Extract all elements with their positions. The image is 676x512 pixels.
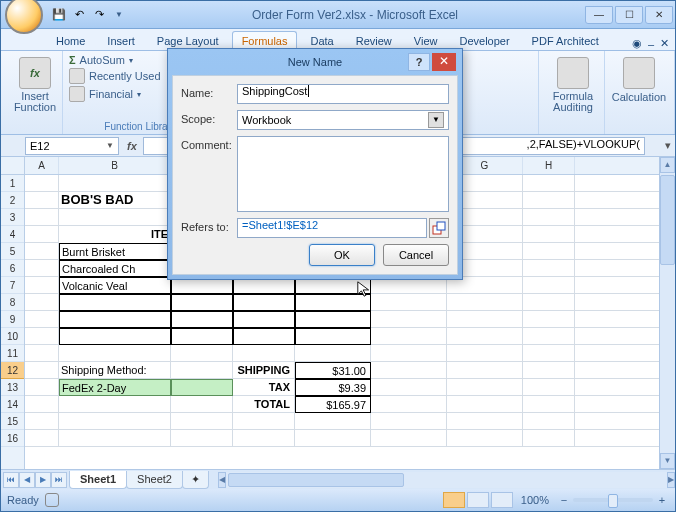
row-header[interactable]: 3 — [1, 209, 24, 226]
view-normal-icon[interactable] — [443, 492, 465, 508]
col-header[interactable]: A — [25, 157, 59, 174]
help-icon[interactable]: ◉ — [632, 37, 642, 50]
col-header[interactable]: H — [523, 157, 575, 174]
scope-select[interactable]: Workbook ▼ — [237, 110, 449, 130]
office-button[interactable] — [5, 0, 43, 34]
redo-icon[interactable]: ↷ — [91, 7, 107, 23]
table-cell[interactable]: Charcoaled Ch — [59, 260, 171, 277]
total-label[interactable]: TOTAL — [233, 396, 295, 413]
cancel-button[interactable]: Cancel — [383, 244, 449, 266]
row-header[interactable]: 11 — [1, 345, 24, 362]
recently-used-button[interactable]: Recently Used — [69, 68, 174, 84]
save-icon[interactable]: 💾 — [51, 7, 67, 23]
title-cell[interactable]: BOB'S BAD — [59, 192, 171, 209]
shipping-label[interactable]: SHIPPING — [233, 362, 295, 379]
dialog-title[interactable]: New Name ? ✕ — [168, 49, 462, 75]
calculation-button[interactable]: Calculation — [611, 53, 667, 103]
fx-button[interactable]: fx — [127, 140, 137, 152]
scroll-down-icon[interactable]: ▼ — [660, 453, 675, 469]
maximize-button[interactable]: ☐ — [615, 6, 643, 24]
row-header[interactable]: 7 — [1, 277, 24, 294]
zoom-out-icon[interactable]: − — [557, 494, 571, 506]
sheet-nav-first-icon[interactable]: ⏮ — [3, 472, 19, 488]
row-header[interactable]: 9 — [1, 311, 24, 328]
table-cell[interactable]: Volcanic Veal — [59, 277, 171, 294]
sheet-tab-sheet2[interactable]: Sheet2 — [126, 471, 183, 489]
total-value[interactable]: $165.97 — [295, 396, 371, 413]
ok-button[interactable]: OK — [309, 244, 375, 266]
shipping-value[interactable]: $31.00 — [295, 362, 371, 379]
view-page-break-icon[interactable] — [491, 492, 513, 508]
sheet-tab-bar: ⏮ ◀ ▶ ⏭ Sheet1 Sheet2 ✦ ◀ ▶ — [1, 469, 675, 489]
zoom-slider[interactable] — [573, 498, 653, 502]
workbook-close-icon[interactable]: ✕ — [660, 37, 669, 50]
close-button[interactable]: ✕ — [645, 6, 673, 24]
qat-dropdown-icon[interactable]: ▼ — [111, 7, 127, 23]
tab-home[interactable]: Home — [47, 32, 94, 50]
view-page-layout-icon[interactable] — [467, 492, 489, 508]
sheet-nav-next-icon[interactable]: ▶ — [35, 472, 51, 488]
row-header[interactable]: 14 — [1, 396, 24, 413]
scroll-thumb[interactable] — [228, 473, 404, 487]
tax-label[interactable]: TAX — [233, 379, 295, 396]
row-header[interactable]: 16 — [1, 430, 24, 447]
zoom-in-icon[interactable]: + — [655, 494, 669, 506]
row-header[interactable]: 12 — [1, 362, 24, 379]
sheet-tab-sheet1[interactable]: Sheet1 — [69, 471, 127, 489]
row-header[interactable]: 8 — [1, 294, 24, 311]
shipping-method-value[interactable]: FedEx 2-Day — [59, 379, 171, 396]
undo-icon[interactable]: ↶ — [71, 7, 87, 23]
name-input[interactable]: ShippingCost — [237, 84, 449, 104]
comment-label: Comment: — [181, 136, 237, 151]
range-selector-icon[interactable] — [429, 218, 449, 238]
quick-access-toolbar: 💾 ↶ ↷ ▼ — [51, 7, 127, 23]
tab-insert[interactable]: Insert — [98, 32, 144, 50]
table-cell[interactable]: Burnt Brisket — [59, 243, 171, 260]
row-headers: 1 2 3 4 5 6 7 8 9 10 11 12 13 14 15 16 — [1, 157, 25, 469]
sheet-nav-last-icon[interactable]: ⏭ — [51, 472, 67, 488]
financial-icon — [69, 86, 85, 102]
expand-formula-bar-icon[interactable]: ▾ — [661, 139, 675, 152]
dialog-close-button[interactable]: ✕ — [432, 53, 456, 71]
chevron-down-icon[interactable]: ▼ — [106, 141, 114, 150]
row-header[interactable]: 1 — [1, 175, 24, 192]
minimize-button[interactable]: — — [585, 6, 613, 24]
autosum-button[interactable]: ΣAutoSum▾ — [69, 54, 174, 66]
financial-button[interactable]: Financial▾ — [69, 86, 174, 102]
horizontal-scrollbar[interactable]: ◀ ▶ — [218, 472, 675, 488]
row-header[interactable]: 13 — [1, 379, 24, 396]
scroll-up-icon[interactable]: ▲ — [660, 157, 675, 173]
macro-record-icon[interactable] — [45, 493, 59, 507]
formula-auditing-button[interactable]: Formula Auditing — [545, 53, 601, 113]
name-box[interactable]: E12 ▼ — [25, 137, 119, 155]
minimize-ribbon-icon[interactable]: – — [648, 38, 654, 50]
scroll-left-icon[interactable]: ◀ — [218, 472, 226, 488]
col-header[interactable]: B — [59, 157, 171, 174]
status-bar: Ready 100% − + — [1, 489, 675, 511]
row-header[interactable]: 10 — [1, 328, 24, 345]
comment-textarea[interactable] — [237, 136, 449, 212]
row-header[interactable]: 5 — [1, 243, 24, 260]
status-ready: Ready — [7, 494, 39, 506]
refers-to-input[interactable]: =Sheet1!$E$12 — [237, 218, 427, 238]
window-title: Order Form Ver2.xlsx - Microsoft Excel — [127, 8, 583, 22]
row-header[interactable]: 15 — [1, 413, 24, 430]
tax-value[interactable]: $9.39 — [295, 379, 371, 396]
row-header[interactable]: 6 — [1, 260, 24, 277]
name-label: Name: — [181, 84, 237, 99]
chevron-down-icon[interactable]: ▼ — [428, 112, 444, 128]
shipping-method-label[interactable]: Shipping Method: — [59, 362, 171, 379]
insert-function-button[interactable]: fx Insert Function — [7, 53, 63, 113]
row-header[interactable]: 4 — [1, 226, 24, 243]
sheet-nav-prev-icon[interactable]: ◀ — [19, 472, 35, 488]
scroll-thumb[interactable] — [660, 175, 675, 265]
row-header[interactable]: 2 — [1, 192, 24, 209]
scroll-right-icon[interactable]: ▶ — [667, 472, 675, 488]
select-all-corner[interactable] — [1, 157, 24, 175]
tab-pdf-architect[interactable]: PDF Architect — [523, 32, 608, 50]
vertical-scrollbar[interactable]: ▲ ▼ — [659, 157, 675, 469]
zoom-level[interactable]: 100% — [521, 494, 549, 506]
dialog-help-button[interactable]: ? — [408, 53, 430, 71]
new-sheet-icon[interactable]: ✦ — [182, 471, 209, 489]
header-item[interactable]: ITE — [59, 226, 171, 243]
